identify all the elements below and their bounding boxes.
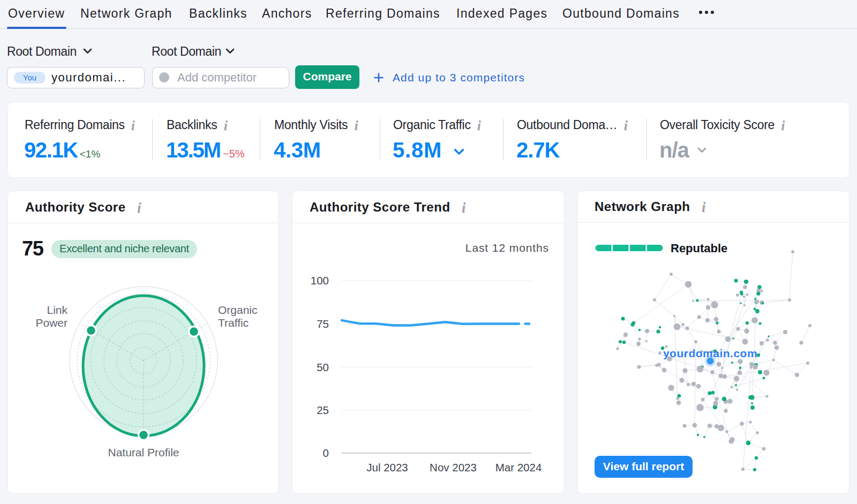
svg-text:25: 25	[317, 404, 329, 416]
svg-text:Mar 2024: Mar 2024	[495, 461, 542, 473]
svg-text:Jul 2023: Jul 2023	[366, 461, 408, 473]
svg-text:75: 75	[317, 318, 329, 330]
svg-text:0: 0	[323, 447, 329, 459]
svg-text:yourdomain.com: yourdomain.com	[663, 347, 757, 359]
svg-text:50: 50	[317, 361, 329, 373]
svg-text:Nov 2023: Nov 2023	[430, 461, 477, 473]
svg-text:100: 100	[311, 274, 329, 287]
